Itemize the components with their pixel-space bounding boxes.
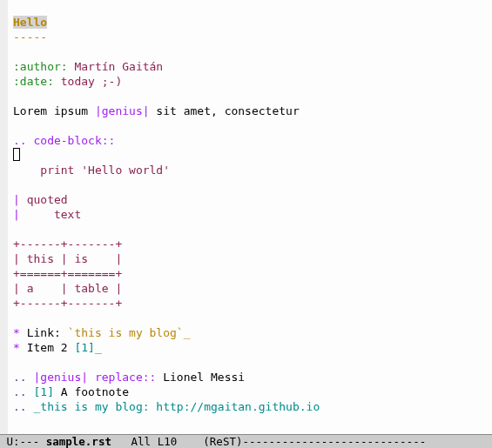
list-item-text: Link: — [20, 326, 68, 339]
table-row: | this | is | — [13, 252, 122, 265]
footnote-ref: [1]_ — [74, 341, 101, 354]
table-border: +------+-------+ — [13, 297, 122, 310]
code-block-directive: .. code-block:: — [13, 134, 115, 147]
line-block-text: quoted — [20, 193, 68, 206]
footnote-text: A footnote — [54, 385, 129, 398]
table-border: +------+-------+ — [13, 237, 122, 251]
major-mode: (ReST) — [197, 435, 243, 448]
replace-directive: replace:: — [88, 371, 156, 384]
paragraph-text: Lorem ipsum — [13, 104, 95, 117]
mode-line-position: All L10 — [111, 435, 197, 448]
directive-dots: .. — [13, 400, 33, 413]
field-author: :author: — [13, 60, 68, 73]
paragraph-text: sit amet, consectetur — [150, 104, 300, 117]
footnote-label: [1] — [33, 385, 53, 398]
substitution-def: |genius| — [33, 371, 88, 384]
line-block-bar: | — [13, 208, 20, 221]
directive-dots: .. — [13, 385, 33, 398]
reference: `this is my blog`_ — [68, 326, 191, 339]
field-date: :date: — [13, 75, 54, 88]
mode-line: U:--- sample.rst All L10 (ReST)---------… — [0, 434, 492, 448]
text-cursor — [13, 148, 20, 161]
bullet: * — [13, 341, 20, 354]
rst-title: Hello — [13, 16, 47, 29]
directive-dots: .. — [13, 371, 33, 384]
field-author-value: Martín Gaitán — [68, 60, 164, 73]
substitution-value: Lionel Messi — [156, 371, 245, 384]
link-target-url: http://mgaitan.github.io — [150, 400, 320, 413]
field-date-value: today ;-) — [54, 75, 122, 88]
substitution-ref: |genius| — [95, 104, 150, 117]
editor-text-area[interactable]: Hello ----- :author: Martín Gaitán :date… — [13, 0, 320, 414]
editor-fringe — [0, 0, 8, 434]
mode-line-fill: ---------------------------- — [242, 435, 426, 448]
link-target-name: _this is my blog: — [33, 400, 149, 413]
table-row: | a | table | — [13, 282, 122, 295]
bullet: * — [13, 326, 20, 339]
table-border: +======+=======+ — [13, 267, 122, 280]
code-block-body: print 'Hello world' — [13, 164, 170, 177]
rst-title-underline: ----- — [13, 30, 47, 43]
mode-line-status: U:--- — [7, 435, 46, 448]
line-block-text: text — [20, 208, 81, 221]
line-block-bar: | — [13, 193, 20, 206]
list-item-text: Item 2 — [20, 341, 75, 354]
buffer-name: sample.rst — [46, 435, 111, 448]
